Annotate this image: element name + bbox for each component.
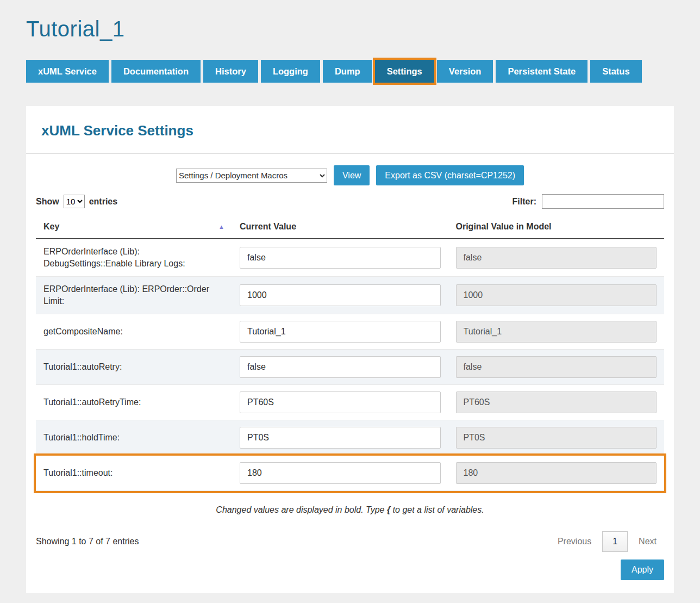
current-value-input[interactable] [240,462,441,484]
current-value-cell [232,420,448,455]
settings-table-body: ERPOrderInterface (Lib): DebugSettings::… [36,239,664,491]
original-value-input [456,284,657,306]
tab-dump[interactable]: Dump [323,60,372,83]
panel-heading: xUML Service Settings [41,122,659,139]
row-key-label: Tutorial1::autoRetryTime: [36,385,232,420]
row-key-label: getCompositeName: [36,314,232,349]
pagination-previous[interactable]: Previous [550,531,599,552]
entries-label: entries [89,197,117,207]
column-header-current-value-label: Current Value [240,222,296,232]
column-header-current-value[interactable]: Current Value [232,215,448,238]
original-value-cell [448,420,665,455]
settings-panel: xUML Service Settings Settings / Deploym… [26,106,674,593]
column-header-original-value-label: Original Value in Model [456,222,552,232]
row-key-label: ERPOrderInterface (Lib): ERPOrder::Order… [36,277,232,314]
page: Tutorial_1 xUML ServiceDocumentationHist… [0,0,700,603]
tab-bar: xUML ServiceDocumentationHistoryLoggingD… [26,60,674,83]
sort-ascending-icon: ▲ [218,224,224,230]
pagination-page-1[interactable]: 1 [602,531,628,552]
original-value-input [456,247,657,269]
current-value-cell [232,314,448,349]
tab-logging[interactable]: Logging [261,60,320,83]
list-controls: Show 10 entries Filter: [36,194,664,209]
original-value-cell [448,277,665,314]
row-key-label: ERPOrderInterface (Lib): DebugSettings::… [36,239,232,276]
pagination: Previous 1 Next [550,531,664,552]
macro-select[interactable]: Settings / Deployment Macros [176,169,327,183]
table-row: Tutorial1::holdTime: [36,420,664,456]
page-title: Tutorial_1 [26,16,674,41]
filter-group: Filter: [512,194,664,209]
panel-header: xUML Service Settings [26,106,674,154]
pagination-next[interactable]: Next [631,531,664,552]
row-key-label: Tutorial1::autoRetry: [36,350,232,384]
showing-entries-text: Showing 1 to 7 of 7 entries [36,537,139,546]
column-header-key-label: Key [43,222,59,232]
table-row: ERPOrderInterface (Lib): ERPOrder::Order… [36,277,664,314]
tab-history[interactable]: History [203,60,258,83]
apply-row: Apply [36,560,664,580]
row-key-label: Tutorial1::holdTime: [36,420,232,455]
settings-table: Key ▲ Current Value Original Value in Mo… [36,215,664,491]
current-value-cell [232,350,448,384]
current-value-cell [232,456,448,490]
original-value-cell [448,350,665,384]
tab-persistent-state[interactable]: Persistent State [496,60,588,83]
current-value-cell [232,277,448,314]
toolbar: Settings / Deployment Macros View Export… [36,154,664,185]
show-label: Show [36,197,59,207]
filter-input[interactable] [542,194,664,209]
show-entries-group: Show 10 entries [36,195,117,208]
column-header-original-value[interactable]: Original Value in Model [448,215,665,238]
note-text: Changed values are displayed in bold. Ty… [36,505,664,515]
tab-documentation[interactable]: Documentation [111,60,201,83]
original-value-input [456,356,657,378]
original-value-input [456,321,657,343]
current-value-input[interactable] [240,391,441,413]
table-row: Tutorial1::autoRetry: [36,350,664,385]
table-row: ERPOrderInterface (Lib): DebugSettings::… [36,239,664,277]
original-value-cell [448,239,665,276]
view-button[interactable]: View [334,165,370,185]
table-row: Tutorial1::timeout: [36,456,664,491]
page-size-select[interactable]: 10 [64,195,85,208]
current-value-input[interactable] [240,427,441,449]
current-value-cell [232,385,448,420]
tab-settings[interactable]: Settings [375,60,434,83]
table-row: getCompositeName: [36,314,664,350]
tab-status[interactable]: Status [590,60,641,83]
tab-xuml-service[interactable]: xUML Service [26,60,109,83]
current-value-input[interactable] [240,284,441,306]
note-after: to get a list of variables. [390,505,484,514]
original-value-cell [448,314,665,349]
export-csv-button[interactable]: Export as CSV (charset=CP1252) [376,165,524,185]
row-key-label: Tutorial1::timeout: [36,456,232,490]
table-header: Key ▲ Current Value Original Value in Mo… [36,215,664,239]
original-value-input [456,391,657,413]
original-value-input [456,427,657,449]
current-value-input[interactable] [240,356,441,378]
current-value-cell [232,239,448,276]
tab-version[interactable]: Version [437,60,493,83]
original-value-cell [448,385,665,420]
original-value-input [456,462,657,484]
column-header-key[interactable]: Key ▲ [36,215,232,238]
apply-button[interactable]: Apply [621,560,664,580]
original-value-cell [448,456,665,490]
current-value-input[interactable] [240,321,441,343]
filter-label: Filter: [512,197,536,207]
table-row: Tutorial1::autoRetryTime: [36,385,664,420]
table-footer: Showing 1 to 7 of 7 entries Previous 1 N… [36,531,664,552]
note-before: Changed values are displayed in bold. Ty… [216,505,387,514]
current-value-input[interactable] [240,247,441,269]
